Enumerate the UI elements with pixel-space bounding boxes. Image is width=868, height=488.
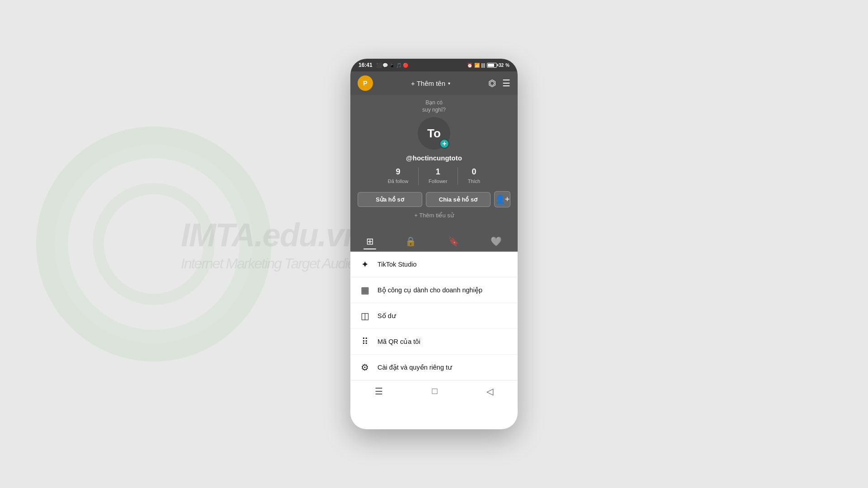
- tab-liked[interactable]: 🤍: [481, 234, 511, 249]
- profile-section: Bạn có suy nghĩ? To + @hoctincungtoto 9 …: [350, 95, 518, 230]
- menu-item-qr-code[interactable]: ⠿ Mã QR của tôi: [350, 329, 518, 355]
- settings-gear-icon: ⚙: [359, 362, 370, 373]
- app-header: P + Thêm tên ▾ ⏣ ☰: [350, 71, 518, 95]
- videos-grid-icon: ⊞: [366, 236, 374, 247]
- battery-icon: [487, 63, 497, 68]
- time-display: 16:41: [359, 62, 373, 68]
- watermark-circle: [36, 127, 271, 361]
- menu-item-balance[interactable]: ◫ Số dư: [350, 303, 518, 329]
- menu-item-tiktok-studio[interactable]: ✦ TikTok Studio: [350, 252, 518, 277]
- lock-icon: 🔒: [405, 236, 416, 247]
- add-name-button[interactable]: + Thêm tên ▾: [411, 80, 450, 87]
- status-bar: 16:41 ⬛ 💬 📱 🎵 🔴 ⏰ 📶 ||| 32%: [350, 59, 518, 71]
- heart-icon: 🤍: [491, 236, 502, 247]
- settings-label: Cài đặt và quyền riêng tư: [377, 364, 452, 371]
- notification-icons: ⬛ 💬 📱 🎵 🔴: [376, 63, 408, 68]
- business-tools-icon: ▦: [359, 285, 370, 296]
- balance-label: Số dư: [377, 312, 396, 319]
- nav-menu-icon[interactable]: ☰: [375, 386, 383, 397]
- menu-item-business-tools[interactable]: ▦ Bộ công cụ dành cho doanh nghiệp: [350, 277, 518, 303]
- stats-row: 9 Đã follow 1 Follower 0 Thích: [358, 167, 510, 185]
- edit-profile-button[interactable]: Sửa hồ sơ: [358, 192, 422, 207]
- add-friend-icon: 👤+: [495, 194, 510, 204]
- avatar-container: To +: [358, 117, 510, 150]
- content-tabs: ⊞ 🔒 🔖 🤍: [350, 230, 518, 252]
- thought-bubble: Bạn có suy nghĩ?: [358, 99, 510, 113]
- bottom-navigation: ☰ □ ◁: [350, 380, 518, 402]
- tab-saved[interactable]: 🔖: [439, 234, 468, 249]
- hamburger-menu-icon[interactable]: ☰: [502, 78, 510, 89]
- qr-code-icon: ⠿: [359, 336, 370, 347]
- stat-followers[interactable]: 1 Follower: [419, 167, 458, 185]
- menu-item-settings[interactable]: ⚙ Cài đặt và quyền riêng tư: [350, 355, 518, 380]
- tab-videos[interactable]: ⊞: [357, 234, 383, 249]
- signal-icon: |||: [481, 63, 485, 68]
- balance-icon: ◫: [359, 310, 370, 321]
- header-avatar[interactable]: P: [358, 75, 373, 91]
- menu-panel: ✦ TikTok Studio ▦ Bộ công cụ dành cho do…: [350, 252, 518, 380]
- tiktok-studio-label: TikTok Studio: [377, 261, 417, 268]
- nav-home-icon[interactable]: □: [432, 386, 437, 396]
- chevron-down-icon: ▾: [448, 81, 450, 86]
- add-friend-button[interactable]: 👤+: [494, 191, 510, 207]
- bookmark-icon: 🔖: [448, 236, 459, 247]
- avatar-add-icon[interactable]: +: [439, 139, 449, 149]
- profile-avatar[interactable]: To +: [418, 117, 450, 150]
- alarm-icon: ⏰: [467, 63, 472, 68]
- tiktok-studio-icon: ✦: [359, 259, 370, 270]
- qr-code-label: Mã QR của tôi: [377, 338, 420, 345]
- status-icons: ⏰ 📶 ||| 32%: [467, 63, 509, 68]
- add-bio-button[interactable]: + Thêm tiểu sử: [358, 212, 510, 219]
- username-display: @hoctincungtoto: [358, 154, 510, 162]
- wifi-icon: 📶: [474, 63, 480, 68]
- share-profile-button[interactable]: Chia sẻ hồ sơ: [426, 192, 491, 207]
- phone-frame: 16:41 ⬛ 💬 📱 🎵 🔴 ⏰ 📶 ||| 32% P + Thêm tên…: [350, 59, 518, 429]
- watermark-text: IMTA.edu.vnInternet Marketing Target Aud…: [181, 216, 375, 272]
- tab-private[interactable]: 🔒: [396, 234, 425, 249]
- stat-likes[interactable]: 0 Thích: [458, 167, 491, 185]
- header-icons: ⏣ ☰: [488, 78, 510, 89]
- business-tools-label: Bộ công cụ dành cho doanh nghiệp: [377, 286, 482, 294]
- status-time: 16:41 ⬛ 💬 📱 🎵 🔴: [359, 62, 408, 68]
- action-buttons: Sửa hồ sơ Chia sẻ hồ sơ 👤+: [358, 191, 510, 207]
- battery-percent: 32: [499, 63, 504, 68]
- nav-back-icon[interactable]: ◁: [486, 386, 493, 397]
- stat-following[interactable]: 9 Đã follow: [378, 167, 419, 185]
- add-name-label: + Thêm tên: [411, 80, 445, 87]
- qr-scan-icon[interactable]: ⏣: [488, 78, 496, 89]
